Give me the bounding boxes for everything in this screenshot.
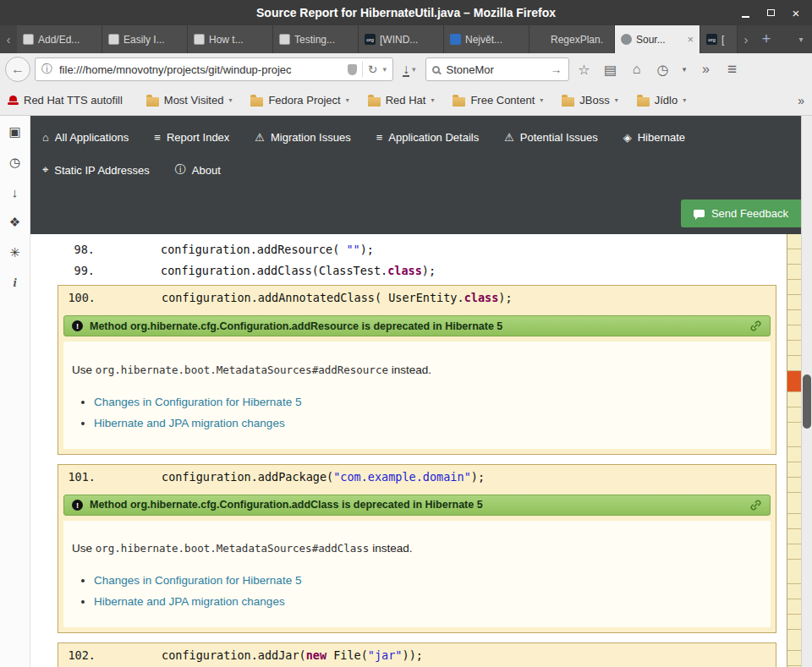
bookmark-folder-free-content[interactable]: Free Content ▾ bbox=[453, 94, 543, 107]
minimize-button[interactable] bbox=[734, 3, 756, 22]
bookmarks-overflow-icon[interactable]: » bbox=[798, 94, 804, 107]
overflow-chevron-icon[interactable]: » bbox=[695, 62, 717, 77]
bookmark-star-icon[interactable]: ☆ bbox=[573, 62, 595, 78]
permalink-icon[interactable] bbox=[749, 320, 762, 332]
minimap-segment[interactable] bbox=[787, 544, 801, 559]
download-icon[interactable]: ↓ bbox=[7, 185, 24, 200]
minimap-segment[interactable] bbox=[787, 310, 801, 325]
minimap-segment[interactable] bbox=[787, 325, 801, 340]
tab-scroll-left-icon[interactable]: ‹ bbox=[0, 25, 17, 53]
minimap-segment[interactable] bbox=[787, 295, 801, 309]
reload-icon[interactable]: ↻ bbox=[368, 63, 378, 76]
addons-icon[interactable]: ❖ bbox=[7, 215, 24, 230]
search-icon[interactable] bbox=[432, 66, 440, 74]
history-clock-icon[interactable]: ◷ bbox=[7, 155, 24, 170]
hint-link[interactable]: Changes in Configuration for Hibernate 5 bbox=[94, 574, 301, 587]
minimap-segment[interactable] bbox=[787, 234, 801, 249]
maximize-button[interactable] bbox=[760, 3, 782, 22]
minimap-segment[interactable] bbox=[787, 651, 801, 665]
browser-tab[interactable]: Největ... bbox=[444, 25, 529, 53]
minimap-segment[interactable] bbox=[787, 478, 801, 492]
new-tab-button[interactable]: + bbox=[754, 25, 778, 53]
bookmark-folder-jboss[interactable]: JBoss ▾ bbox=[562, 94, 617, 107]
hint-link[interactable]: Hibernate and JPA migration changes bbox=[94, 595, 285, 608]
bookmarks-panel-icon[interactable]: ▤ bbox=[600, 62, 622, 78]
browser-tab[interactable]: Sour... × bbox=[615, 25, 700, 53]
report-nav-item[interactable]: ≡ Application Details bbox=[376, 131, 480, 144]
hint-link[interactable]: Hibernate and JPA migration changes bbox=[94, 417, 285, 429]
url-bar[interactable]: ⓘ ↻ ▾ bbox=[35, 57, 393, 81]
bookmark-folder-red-hat[interactable]: Red Hat ▾ bbox=[368, 94, 435, 107]
screenshot-icon[interactable]: ▣ bbox=[7, 124, 24, 139]
minimap-segment[interactable] bbox=[787, 356, 801, 370]
urlbar-dropdown-icon[interactable]: ▾ bbox=[382, 65, 387, 74]
hint-link[interactable]: Changes in Configuration for Hibernate 5 bbox=[94, 396, 301, 408]
issue-block: 100. configuration.addAnnotatedClass( Us… bbox=[58, 285, 776, 455]
downloads-button[interactable]: ↓ ▾ bbox=[398, 63, 421, 77]
minimap-segment[interactable] bbox=[787, 447, 801, 462]
browser-tab[interactable]: Add/Ed... bbox=[17, 25, 102, 53]
snowflake-icon[interactable]: ✳ bbox=[7, 245, 24, 260]
report-nav-item[interactable]: ⓘ About bbox=[175, 162, 221, 178]
minimap-segment[interactable] bbox=[787, 630, 801, 650]
minimap-segment[interactable] bbox=[787, 560, 801, 583]
tab-close-icon[interactable]: × bbox=[687, 33, 694, 46]
tab-scroll-right-icon[interactable]: › bbox=[738, 25, 754, 53]
all-tabs-dropdown-icon[interactable]: ▾ bbox=[790, 25, 812, 53]
search-go-icon[interactable]: → bbox=[551, 63, 562, 76]
home-icon[interactable]: ⌂ bbox=[626, 62, 648, 77]
close-button[interactable]: × bbox=[785, 3, 807, 22]
issue-overview-minimap[interactable] bbox=[787, 234, 801, 667]
minimap-segment[interactable] bbox=[787, 599, 801, 614]
minimap-segment[interactable] bbox=[787, 371, 801, 391]
browser-tab[interactable]: How t... bbox=[188, 25, 273, 53]
minimap-segment[interactable] bbox=[787, 462, 801, 477]
minimap-segment[interactable] bbox=[787, 529, 801, 544]
report-nav-item[interactable]: ⌖ Static IP Addresses bbox=[42, 162, 150, 178]
minimap-segment[interactable] bbox=[787, 423, 801, 446]
report-nav-item[interactable]: ≡ Report Index bbox=[154, 131, 229, 144]
vertical-scrollbar[interactable] bbox=[801, 116, 812, 667]
info-icon[interactable]: i bbox=[7, 276, 24, 290]
minimap-segment[interactable] bbox=[787, 392, 801, 407]
browser-tab[interactable]: org [ bbox=[700, 25, 738, 53]
report-nav-item[interactable]: ⚠ Potential Issues bbox=[504, 131, 597, 144]
history-icon[interactable]: ◷ bbox=[652, 62, 674, 78]
bookmark-folder-fedora-project[interactable]: Fedora Project ▾ bbox=[250, 94, 348, 107]
downloads-dropdown-icon[interactable]: ▾ bbox=[412, 65, 416, 74]
page-info-icon[interactable]: ⓘ bbox=[41, 62, 52, 77]
minimap-segment[interactable] bbox=[787, 407, 801, 422]
code-text: configuration.addClass(ClassTest.class); bbox=[161, 260, 436, 282]
back-button[interactable]: ← bbox=[5, 57, 30, 82]
minimap-segment[interactable] bbox=[787, 584, 801, 599]
minimap-segment[interactable] bbox=[787, 615, 801, 629]
minimap-segment[interactable] bbox=[787, 493, 801, 513]
code-token: ); bbox=[422, 264, 436, 277]
browser-tab[interactable]: RegexPlan... bbox=[529, 25, 615, 53]
minimap-segment[interactable] bbox=[787, 249, 801, 264]
toolbar-dropdown-icon[interactable]: ▾ bbox=[678, 65, 691, 74]
scrollbar-thumb[interactable] bbox=[803, 375, 811, 429]
report-nav-item[interactable]: ◈ Hibernate bbox=[623, 131, 685, 144]
bookmark-folder-jidlo[interactable]: Jídlo ▾ bbox=[637, 94, 686, 107]
bookmark-folder-most-visited[interactable]: Most Visited ▾ bbox=[146, 94, 233, 107]
code-token: configuration.addClass(ClassTest. bbox=[161, 264, 387, 277]
report-nav-item[interactable]: ⌂ All Applications bbox=[42, 131, 129, 144]
url-input[interactable] bbox=[58, 63, 343, 77]
browser-tab[interactable]: org [WIND... bbox=[359, 25, 444, 53]
search-input[interactable] bbox=[445, 63, 546, 77]
minimap-segment[interactable] bbox=[787, 265, 801, 279]
tab-label: Add/Ed... bbox=[38, 34, 91, 46]
minimap-segment[interactable] bbox=[787, 514, 801, 528]
bookmark-redhat-tts-autofill[interactable]: Red Hat TTS autofill bbox=[8, 94, 128, 107]
send-feedback-button[interactable]: Send Feedback bbox=[681, 200, 801, 227]
minimap-segment[interactable] bbox=[787, 341, 801, 355]
report-nav-item[interactable]: ⚠ Migration Issues bbox=[255, 131, 350, 144]
search-bar[interactable]: → bbox=[425, 57, 569, 81]
shield-badge-icon[interactable] bbox=[348, 64, 357, 75]
permalink-icon[interactable] bbox=[749, 499, 762, 511]
browser-tab[interactable]: Easily I... bbox=[102, 25, 188, 53]
browser-tab[interactable]: Testing... bbox=[273, 25, 359, 53]
hamburger-menu-icon[interactable]: ≡ bbox=[721, 60, 743, 79]
minimap-segment[interactable] bbox=[787, 280, 801, 294]
